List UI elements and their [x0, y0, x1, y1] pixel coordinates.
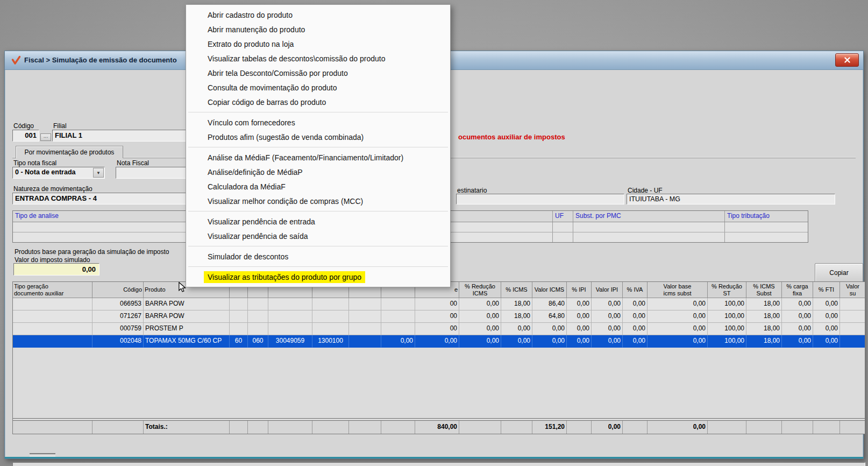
menu-separator [188, 246, 448, 246]
table-header-cell[interactable]: Código [93, 282, 144, 298]
table-header-cell[interactable]: Valor IPI [592, 282, 623, 298]
table-cell: 0,00 [782, 310, 813, 323]
context-menu-item[interactable]: Abrir tela Desconto/Comissão por produto [187, 66, 450, 80]
table-cell: 0,00 [532, 335, 567, 348]
context-menu-item[interactable]: Simulador de descontos [187, 249, 450, 264]
table-cell: 64,80 [532, 310, 567, 323]
table-cell: 0,00 [623, 335, 648, 348]
totals-cell [567, 421, 592, 434]
totals-cell [623, 421, 648, 434]
table-cell: 0,00 [381, 335, 415, 348]
table-cell: 0,00 [592, 323, 623, 335]
context-menu-item[interactable]: Visualizar pendência de entrada [187, 214, 450, 229]
valor-imposto-field[interactable]: 0,00 [13, 263, 99, 276]
analysis-header-uf: UF [553, 211, 573, 222]
context-menu-item[interactable]: Abrir cadastro do produto [187, 8, 450, 22]
context-menu-item[interactable]: Visualizar as tributações do produto por… [187, 270, 450, 284]
chevron-down-icon[interactable]: ▼ [93, 168, 104, 178]
totals-cell [93, 421, 144, 434]
table-cell [230, 310, 248, 323]
menu-separator [188, 211, 448, 211]
table-header-cell[interactable]: % IPI [567, 282, 592, 298]
table-cell [840, 298, 865, 310]
table-cell: 0,00 [592, 335, 623, 348]
context-menu-item[interactable]: Visualizar melhor condição de compras (M… [187, 194, 450, 208]
context-menu-item[interactable]: Vínculo com fornecedores [187, 115, 450, 130]
table-header-cell[interactable]: % Redução ICMS [459, 282, 501, 298]
table-header-cell[interactable]: Tipo geração documento auxiliar [13, 282, 93, 298]
table-cell: 0,00 [623, 310, 648, 323]
table-row[interactable]: 000759PROSTEM P000,000,000,000,000,000,0… [13, 323, 865, 335]
table-cell: 0,00 [459, 310, 501, 323]
totals-cell [312, 421, 349, 434]
table-cell: 86,40 [532, 298, 567, 310]
table-header-cell[interactable]: % ICMS [501, 282, 532, 298]
table-cell: 00 [415, 323, 459, 335]
table-empty-area [13, 348, 865, 418]
table-cell [268, 298, 312, 310]
table-cell: 002048 [93, 335, 144, 348]
totals-cell [349, 421, 381, 434]
totals-cell: 0,00 [648, 421, 708, 434]
context-menu-item[interactable]: Copiar código de barras do produto [187, 95, 450, 109]
table-row[interactable]: 066953BARRA POW000,0018,0086,400,000,000… [13, 298, 865, 310]
table-cell: 0,00 [501, 323, 532, 335]
table-cell: 18,00 [501, 310, 532, 323]
app-logo-checkmark-icon [11, 55, 21, 65]
table-cell [13, 323, 93, 335]
tab-por-movimentacao[interactable]: Por movimentação de produtos [16, 146, 123, 158]
table-header-cell[interactable]: % FTI [813, 282, 840, 298]
close-button[interactable] [835, 53, 859, 67]
table-header-cell[interactable]: Valor su [840, 282, 865, 298]
splitter-grip[interactable] [30, 453, 55, 456]
table-cell: 0,00 [813, 323, 840, 335]
table-row-selected[interactable]: 002048TOPAMAX 50MG C/60 CP60060300490591… [13, 335, 865, 348]
table-cell: 0,00 [459, 323, 501, 335]
cidade-uf-field[interactable]: ITUIUTABA - MG [627, 194, 835, 204]
context-menu-item[interactable]: Visualizar pendência de saída [187, 229, 450, 243]
context-menu-item[interactable]: Visualizar tabelas de descontos\comissão… [187, 51, 450, 66]
context-menu-item[interactable]: Consulta de movimentação do produto [187, 80, 450, 95]
context-menu-item[interactable]: Abrir manutenção do produto [187, 22, 450, 37]
table-row[interactable]: 071267BARRA POW000,0018,0064,800,000,000… [13, 310, 865, 323]
context-menu-item[interactable]: Análise da MédiaF (Faceamento/Financiame… [187, 150, 450, 165]
destinatario-label: estinatario [457, 187, 487, 194]
table-cell: 0,00 [648, 310, 708, 323]
table-cell: 0,00 [592, 298, 623, 310]
context-menu-item[interactable]: Extrato do produto na loja [187, 37, 450, 51]
table-cell [312, 298, 349, 310]
table-cell: 100,00 [708, 298, 746, 310]
table-cell [248, 323, 268, 335]
table-header-cell[interactable]: % carga fixa [782, 282, 813, 298]
table-header-cell[interactable]: % IVA [623, 282, 648, 298]
context-menu-item[interactable]: Análise/definição de MédiaP [187, 165, 450, 179]
table-cell [840, 335, 865, 348]
close-icon [844, 57, 850, 63]
table-header-cell[interactable]: % ICMS Subst [746, 282, 782, 298]
codigo-field[interactable]: 001 [12, 130, 39, 142]
context-menu-item[interactable]: Calculadora da MédiaF [187, 179, 450, 194]
copiar-button[interactable]: Copiar [815, 263, 863, 283]
table-header-cell[interactable]: % Redução ST [708, 282, 746, 298]
destinatario-field[interactable] [456, 194, 624, 204]
tipo-nota-dropdown[interactable]: 0 - Nota de entrada ▼ [12, 167, 105, 179]
totals-cell [248, 421, 268, 434]
browse-button[interactable]: ... [40, 133, 51, 141]
table-cell [312, 323, 349, 335]
totals-cell [268, 421, 312, 434]
products-table: Tipo geração documento auxiliarCódigoPro… [12, 281, 865, 434]
table-header-cell[interactable]: Valor ICMS [532, 282, 567, 298]
table-cell: 18,00 [746, 323, 782, 335]
filial-label: Filial [53, 122, 67, 130]
totals-cell: 840,00 [415, 421, 459, 434]
table-header-cell[interactable]: Valor base icms subst [648, 282, 708, 298]
table-cell: 0,00 [567, 323, 592, 335]
table-cell: 0,00 [567, 298, 592, 310]
red-banner-text: ocumentos auxiliar de impostos [458, 133, 565, 141]
tipo-nota-value: 0 - Nota de entrada [15, 168, 76, 176]
menu-separator [188, 112, 448, 112]
menu-separator [188, 147, 448, 147]
context-menu-item[interactable]: Produtos afim (sugestão de venda combina… [187, 130, 450, 144]
table-cell: 066953 [93, 298, 144, 310]
totals-cell: 0,00 [592, 421, 623, 434]
